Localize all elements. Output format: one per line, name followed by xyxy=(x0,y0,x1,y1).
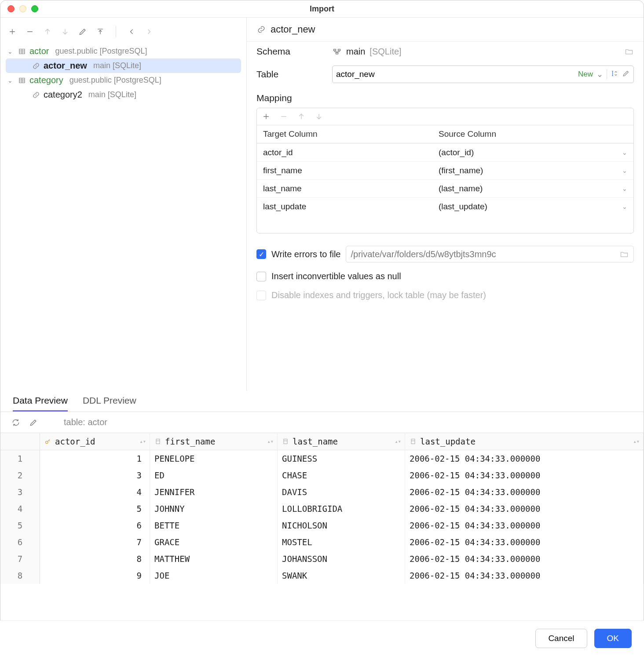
sort-icon[interactable]: ▴▾ xyxy=(267,438,274,445)
sort-icon[interactable]: ▴▾ xyxy=(395,438,401,445)
cell-last_update[interactable]: 2006-02-15 04:34:33.000000 xyxy=(405,450,644,467)
remove-icon[interactable] xyxy=(25,27,35,36)
cell-actor_id[interactable]: 4 xyxy=(40,484,150,500)
cell-last_name[interactable]: NICHOLSON xyxy=(278,517,405,534)
rename-icon[interactable] xyxy=(611,69,618,80)
edit-table-icon[interactable] xyxy=(622,69,630,80)
add-icon[interactable] xyxy=(7,27,17,36)
schema-icon xyxy=(332,47,342,56)
cell-last_name[interactable]: GUINESS xyxy=(278,450,405,467)
cell-last_name[interactable]: CHASE xyxy=(278,467,405,484)
cell-first_name[interactable]: MATTHEW xyxy=(150,550,278,567)
table-row[interactable]: 7 8 MATTHEW JOHANSSON 2006-02-15 04:34:3… xyxy=(0,550,644,567)
column-header-first_name[interactable]: first_name▴▾ xyxy=(150,433,278,450)
table-dropdown-icon[interactable]: ⌄ xyxy=(596,70,603,79)
cell-last_name[interactable]: LOLLOBRIGIDA xyxy=(278,500,405,517)
cell-actor_id[interactable]: 8 xyxy=(40,550,150,567)
forward-icon xyxy=(144,27,154,36)
table-row[interactable]: 2 3 ED CHASE 2006-02-15 04:34:33.000000 xyxy=(0,467,644,484)
tree-item-sub: guest.public [PostgreSQL] xyxy=(70,76,161,85)
cell-last_update[interactable]: 2006-02-15 04:34:33.000000 xyxy=(405,500,644,517)
cell-last_update[interactable]: 2006-02-15 04:34:33.000000 xyxy=(405,467,644,484)
tree-child-item[interactable]: category2 main [SQLite] xyxy=(6,87,241,102)
chevron-down-icon[interactable]: ⌄ xyxy=(614,185,627,192)
table-row[interactable]: 6 7 GRACE MOSTEL 2006-02-15 04:34:33.000… xyxy=(0,534,644,550)
caret-icon[interactable]: ⌄ xyxy=(7,48,15,55)
cell-actor_id[interactable]: 9 xyxy=(40,567,150,584)
cell-last_name[interactable]: MOSTEL xyxy=(278,534,405,550)
tree-child-item[interactable]: actor_new main [SQLite] xyxy=(6,58,241,73)
cell-last_name[interactable]: SWANK xyxy=(278,567,405,584)
cell-actor_id[interactable]: 6 xyxy=(40,517,150,534)
mapping-row[interactable]: actor_id (actor_id) ⌄ xyxy=(257,143,633,161)
cell-last_name[interactable]: JOHANSSON xyxy=(278,550,405,567)
browse-errors-path-icon[interactable] xyxy=(619,249,629,259)
cell-last_update[interactable]: 2006-02-15 04:34:33.000000 xyxy=(405,534,644,550)
column-header-actor_id[interactable]: actor_id▴▾ xyxy=(40,433,150,450)
sources-tree[interactable]: ⌄ actor guest.public [PostgreSQL] actor_… xyxy=(6,44,241,102)
cell-first_name[interactable]: JOE xyxy=(150,567,278,584)
mapping-source-col: (last_name) xyxy=(439,184,614,193)
edit-icon[interactable] xyxy=(78,27,88,36)
caret-icon[interactable]: ⌄ xyxy=(7,77,15,84)
cell-first_name[interactable]: ED xyxy=(150,467,278,484)
table-row[interactable]: 3 4 JENNIFER DAVIS 2006-02-15 04:34:33.0… xyxy=(0,484,644,500)
insert-null-row: Insert inconvertible values as null xyxy=(247,267,644,286)
cell-first_name[interactable]: JENNIFER xyxy=(150,484,278,500)
cell-last_update[interactable]: 2006-02-15 04:34:33.000000 xyxy=(405,517,644,534)
tab-ddl-preview[interactable]: DDL Preview xyxy=(83,395,136,412)
export-up-icon[interactable] xyxy=(95,27,105,36)
cell-last_update[interactable]: 2006-02-15 04:34:33.000000 xyxy=(405,484,644,500)
ok-button[interactable]: OK xyxy=(594,629,632,648)
column-header-last_update[interactable]: last_update▴▾ xyxy=(405,433,644,450)
cell-first_name[interactable]: GRACE xyxy=(150,534,278,550)
cell-actor_id[interactable]: 1 xyxy=(40,450,150,467)
schema-label: Schema xyxy=(256,46,322,57)
table-name-field[interactable] xyxy=(336,69,574,79)
chevron-down-icon[interactable]: ⌄ xyxy=(614,167,627,174)
back-icon[interactable] xyxy=(127,27,136,36)
edit-preview-icon[interactable] xyxy=(29,418,38,427)
sort-icon[interactable]: ▴▾ xyxy=(633,438,640,445)
table-row[interactable]: 4 5 JOHNNY LOLLOBRIGIDA 2006-02-15 04:34… xyxy=(0,500,644,517)
table-row[interactable]: 1 1 PENELOPE GUINESS 2006-02-15 04:34:33… xyxy=(0,450,644,467)
refresh-icon[interactable] xyxy=(11,418,21,427)
row-number: 7 xyxy=(0,550,40,567)
tab-data-preview[interactable]: Data Preview xyxy=(13,395,68,412)
schema-name-text: main xyxy=(346,47,365,57)
insert-null-checkbox[interactable] xyxy=(256,272,266,281)
cancel-button[interactable]: Cancel xyxy=(535,629,587,648)
mapping-row[interactable]: last_update (last_update) ⌄ xyxy=(257,197,633,215)
sort-icon[interactable]: ▴▾ xyxy=(140,438,146,445)
schema-value[interactable]: main [SQLite] xyxy=(332,47,402,57)
tree-item[interactable]: ⌄ category guest.public [PostgreSQL] xyxy=(6,73,241,87)
move-up-icon xyxy=(43,27,52,36)
data-grid[interactable]: actor_id▴▾first_name▴▾last_name▴▾last_up… xyxy=(0,433,644,587)
tree-item[interactable]: ⌄ actor guest.public [PostgreSQL] xyxy=(6,44,241,58)
mapping-target-col: actor_id xyxy=(263,148,439,157)
cell-actor_id[interactable]: 5 xyxy=(40,500,150,517)
table-input[interactable]: New ⌄ xyxy=(332,66,634,83)
table-row[interactable]: 5 6 BETTE NICHOLSON 2006-02-15 04:34:33.… xyxy=(0,517,644,534)
mapping-toolbar xyxy=(257,108,633,125)
schema-browse-icon[interactable] xyxy=(624,47,634,56)
cell-first_name[interactable]: PENELOPE xyxy=(150,450,278,467)
column-header-last_name[interactable]: last_name▴▾ xyxy=(278,433,405,450)
chevron-down-icon[interactable]: ⌄ xyxy=(614,203,627,210)
mapping-row[interactable]: first_name (first_name) ⌄ xyxy=(257,161,633,179)
chevron-down-icon[interactable]: ⌄ xyxy=(614,149,627,156)
mapping-add-icon[interactable] xyxy=(261,112,271,121)
cell-first_name[interactable]: JOHNNY xyxy=(150,500,278,517)
mapping-row[interactable]: last_name (last_name) ⌄ xyxy=(257,179,633,197)
cell-last_update[interactable]: 2006-02-15 04:34:33.000000 xyxy=(405,550,644,567)
cell-last_name[interactable]: DAVIS xyxy=(278,484,405,500)
cell-actor_id[interactable]: 3 xyxy=(40,467,150,484)
write-errors-checkbox[interactable]: ✓ xyxy=(256,249,266,259)
tree-item-sub: main [SQLite] xyxy=(93,61,141,70)
table-row[interactable]: 8 9 JOE SWANK 2006-02-15 04:34:33.000000 xyxy=(0,567,644,584)
write-errors-path-box[interactable]: /private/var/folders/d5/w8ytbjts3mn9c xyxy=(346,246,634,262)
mapping-remove-icon xyxy=(279,112,289,121)
cell-actor_id[interactable]: 7 xyxy=(40,534,150,550)
cell-last_update[interactable]: 2006-02-15 04:34:33.000000 xyxy=(405,567,644,584)
cell-first_name[interactable]: BETTE xyxy=(150,517,278,534)
